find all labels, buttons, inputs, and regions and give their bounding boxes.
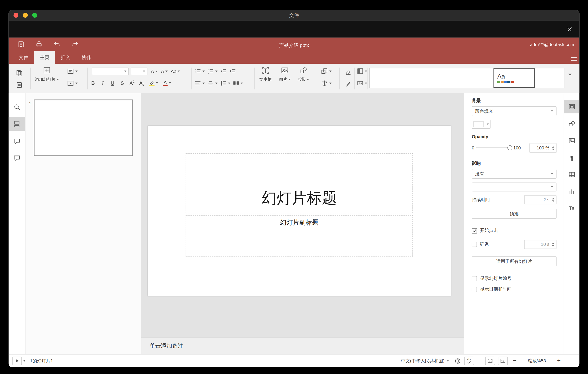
paragraph-settings-button[interactable]: ¶: [564, 151, 579, 165]
font-family-select[interactable]: [92, 67, 129, 75]
start-on-click-checkbox[interactable]: [472, 228, 477, 233]
show-slide-number-checkbox[interactable]: [472, 276, 477, 281]
apply-to-all-slides-button[interactable]: 适用于所有幻灯片: [472, 256, 556, 266]
copy-style-button[interactable]: [343, 80, 353, 88]
change-case-button[interactable]: Aa: [171, 67, 180, 75]
opacity-slider[interactable]: [476, 148, 512, 148]
shape-settings-button[interactable]: [564, 117, 579, 131]
highlight-color-button[interactable]: [147, 79, 160, 87]
theme-option-1[interactable]: [370, 68, 411, 88]
show-date-time-checkbox[interactable]: [472, 287, 477, 292]
preview-button[interactable]: 预览: [472, 209, 556, 219]
bold-button[interactable]: B: [88, 79, 98, 87]
slide-settings-button[interactable]: [564, 100, 579, 113]
tab-home[interactable]: 主页: [34, 51, 55, 64]
increase-indent-button[interactable]: [229, 67, 236, 75]
start-slideshow-status-button[interactable]: [12, 357, 22, 365]
bullet-list-button[interactable]: [194, 67, 205, 75]
color-scheme-button[interactable]: [357, 67, 367, 75]
opacity-spinbox[interactable]: 100 %: [529, 143, 556, 153]
slide-thumbnail-1[interactable]: [34, 99, 133, 156]
theme-option-3[interactable]: [452, 68, 494, 88]
menu-button[interactable]: [569, 54, 579, 64]
spin-up-icon[interactable]: [552, 242, 554, 244]
title-placeholder[interactable]: 幻灯片标题: [186, 153, 413, 213]
line-spacing-button[interactable]: [220, 80, 230, 87]
insert-image-button[interactable]: 图片: [276, 66, 293, 82]
numbered-list-button[interactable]: [207, 67, 218, 75]
decrease-indent-button[interactable]: [220, 67, 227, 75]
underline-button[interactable]: U: [108, 79, 117, 87]
clear-style-button[interactable]: [343, 67, 353, 76]
delay-checkbox[interactable]: [472, 242, 477, 247]
fit-width-button[interactable]: [498, 357, 508, 365]
delay-spinbox[interactable]: 10 s: [524, 240, 556, 249]
table-settings-button[interactable]: [564, 168, 579, 181]
slide-1[interactable]: 幻灯片标题 幻灯片副标题: [148, 126, 451, 296]
duration-spinbox[interactable]: 2 s: [524, 195, 556, 204]
align-shape-button[interactable]: [321, 80, 332, 87]
spin-down-icon[interactable]: [552, 200, 554, 202]
close-modal-button[interactable]: [564, 24, 575, 34]
zoom-out-button[interactable]: −: [513, 357, 517, 364]
increase-font-button[interactable]: A: [150, 67, 159, 75]
vertical-align-button[interactable]: [207, 80, 218, 87]
opacity-slider-knob[interactable]: [507, 145, 512, 150]
theme-gallery-expand-button[interactable]: [568, 76, 572, 80]
fit-slide-button[interactable]: [485, 357, 495, 365]
paste-button[interactable]: [14, 80, 24, 89]
insert-textbox-button[interactable]: 文本框: [256, 66, 275, 82]
chart-settings-button[interactable]: [564, 185, 579, 198]
spellcheck-icon: abc: [467, 358, 472, 363]
spellcheck-button[interactable]: abc: [464, 357, 474, 365]
chat-panel-button[interactable]: [9, 151, 25, 165]
effect-type-select[interactable]: [472, 183, 556, 191]
minimize-window-button[interactable]: [23, 13, 28, 18]
start-slideshow-button[interactable]: [67, 80, 78, 87]
italic-button[interactable]: I: [98, 79, 108, 87]
color-scheme-icon: [357, 67, 364, 75]
notes-area[interactable]: 单击添加备注: [141, 337, 464, 354]
slides-panel-button[interactable]: [9, 117, 25, 131]
comments-panel-button[interactable]: [9, 134, 25, 148]
tab-file[interactable]: 文件: [13, 51, 34, 64]
language-select[interactable]: 中文(中华人民共和国): [401, 358, 449, 364]
copy-button[interactable]: [14, 68, 24, 78]
set-document-language-button[interactable]: [454, 357, 461, 364]
spin-up-icon[interactable]: [552, 146, 554, 147]
insert-shape-button[interactable]: 形状: [294, 66, 312, 82]
image-settings-button[interactable]: [564, 134, 579, 147]
theme-option-selected[interactable]: Aa: [494, 68, 535, 88]
subtitle-placeholder[interactable]: 幻灯片副标题: [186, 215, 413, 257]
background-fill-select[interactable]: 颜色填充: [472, 106, 556, 116]
change-layout-button[interactable]: [67, 67, 78, 75]
close-window-button[interactable]: [13, 13, 18, 18]
subscript-button[interactable]: A2: [137, 79, 147, 87]
slide-size-button[interactable]: [357, 80, 367, 87]
theme-option-2[interactable]: [411, 68, 452, 88]
spin-up-icon[interactable]: [552, 198, 554, 199]
superscript-button[interactable]: A2: [127, 79, 137, 87]
zoom-in-button[interactable]: +: [557, 357, 561, 364]
arrange-shape-button[interactable]: [321, 67, 332, 75]
spin-down-icon[interactable]: [552, 245, 554, 246]
textart-settings-button[interactable]: Ta: [564, 201, 579, 215]
tab-insert[interactable]: 插入: [55, 51, 76, 64]
slide-canvas[interactable]: 幻灯片标题 幻灯片副标题: [141, 93, 464, 337]
effect-select[interactable]: 没有: [472, 169, 556, 179]
font-size-select[interactable]: [131, 67, 147, 75]
search-panel-button[interactable]: [9, 100, 25, 114]
comment-icon: [13, 137, 21, 145]
horizontal-align-button[interactable]: [194, 80, 205, 87]
account-email[interactable]: adm***@dootask.com: [530, 42, 574, 47]
zoom-window-button[interactable]: [32, 13, 37, 18]
tab-collaboration[interactable]: 协作: [76, 51, 97, 64]
decrease-font-button[interactable]: A: [160, 67, 169, 75]
app-window: 文件 产品介绍.p: [9, 10, 579, 367]
strikeout-button[interactable]: S: [117, 79, 127, 87]
font-color-button[interactable]: A: [160, 79, 174, 87]
add-slide-button[interactable]: 添加幻灯片: [32, 66, 62, 82]
background-color-picker[interactable]: [472, 120, 491, 129]
spin-down-icon[interactable]: [552, 149, 554, 150]
columns-button[interactable]: [232, 80, 243, 87]
